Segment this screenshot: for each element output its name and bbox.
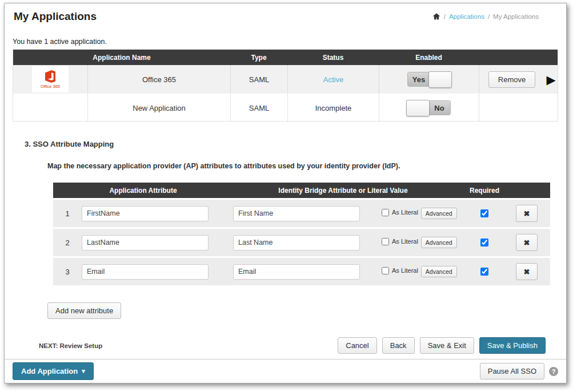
- remove-button[interactable]: Remove: [488, 71, 535, 88]
- required-checkbox[interactable]: [480, 268, 488, 276]
- application-status: Incomplete: [287, 95, 379, 121]
- delete-attribute-button[interactable]: ✖: [516, 234, 538, 251]
- application-attribute-input[interactable]: [82, 264, 209, 280]
- identity-bridge-attribute-input[interactable]: [233, 235, 360, 250]
- breadcrumb-link-applications[interactable]: Applications: [449, 13, 484, 20]
- row-number: 2: [53, 239, 82, 247]
- breadcrumb-current: My Applications: [493, 13, 539, 20]
- application-window: My Applications / Applications / My Appl…: [4, 3, 567, 383]
- breadcrumb-separator: /: [444, 13, 446, 20]
- pause-all-sso-button[interactable]: Pause All SSO: [480, 363, 544, 379]
- as-literal-label: As Literal: [392, 267, 418, 274]
- enabled-cell: No: [379, 95, 479, 121]
- advanced-button[interactable]: Advanced: [421, 266, 457, 277]
- row-number: 1: [53, 209, 82, 218]
- office-365-logo: Office 365: [32, 66, 69, 92]
- delete-attribute-button[interactable]: ✖: [516, 205, 538, 222]
- application-type: SAML: [230, 95, 287, 121]
- page-header: My Applications / Applications / My Appl…: [5, 3, 566, 23]
- application-name: New Application: [87, 95, 230, 121]
- add-new-attribute-button[interactable]: Add new attribute: [47, 302, 121, 319]
- application-row-office-365: Office 365 Office 365 SAML Active Yes Re…: [13, 65, 558, 95]
- breadcrumb: / Applications / My Applications: [432, 13, 539, 21]
- application-row-new-application: New Application SAML Incomplete No: [13, 95, 558, 121]
- application-logo-cell: [13, 95, 87, 121]
- row-number: 3: [53, 268, 82, 276]
- column-header-type: Type: [230, 54, 287, 62]
- delete-attribute-button[interactable]: ✖: [516, 263, 538, 280]
- toggle-state-label: Yes: [408, 72, 430, 86]
- column-header-enabled: Enabled: [379, 54, 479, 62]
- toggle-handle[interactable]: [406, 100, 430, 116]
- expand-arrow-icon[interactable]: ▶: [546, 74, 555, 86]
- application-type: SAML: [230, 65, 287, 94]
- footer-bar: Add Application ▾ Pause All SSO ?: [5, 359, 566, 383]
- home-icon[interactable]: [432, 13, 440, 21]
- as-literal-checkbox[interactable]: [382, 209, 389, 216]
- save-publish-button[interactable]: Save & Publish: [479, 337, 546, 354]
- enabled-cell: Yes: [379, 65, 479, 94]
- attribute-mapping-table: Application Attribute Identity Bridge At…: [53, 183, 550, 285]
- applications-table-header: Application Name Type Status Enabled: [13, 50, 558, 65]
- required-checkbox[interactable]: [480, 239, 488, 246]
- required-checkbox[interactable]: [480, 209, 488, 217]
- as-literal-label: As Literal: [392, 209, 418, 216]
- column-header-identity-bridge-attribute: Identity Bridge Attribute or Literal Val…: [233, 187, 453, 195]
- add-application-label: Add Application: [21, 367, 78, 375]
- as-literal-label: As Literal: [392, 238, 418, 245]
- enabled-toggle[interactable]: No: [407, 100, 451, 115]
- identity-bridge-attribute-input[interactable]: [233, 206, 360, 221]
- expand-cell: [544, 95, 558, 121]
- expand-cell: ▶: [544, 65, 558, 94]
- toggle-handle[interactable]: [428, 71, 452, 88]
- column-header-status: Status: [287, 54, 379, 62]
- sso-instruction: Map the necessary application provider (…: [47, 162, 566, 170]
- advanced-button[interactable]: Advanced: [421, 237, 457, 248]
- save-exit-button[interactable]: Save & Exit: [420, 337, 474, 354]
- chevron-down-icon: ▾: [82, 368, 85, 374]
- sso-section-heading: 3. SSO Attribute Mapping: [25, 140, 566, 148]
- application-attribute-input[interactable]: [82, 206, 209, 221]
- application-attribute-input[interactable]: [82, 235, 209, 250]
- active-application-note: You have 1 active application.: [13, 38, 566, 46]
- next-step-label: NEXT: Review Setup: [39, 342, 102, 349]
- mapping-row: 2 As Literal Advanced ✖: [53, 229, 550, 256]
- cancel-button[interactable]: Cancel: [338, 337, 376, 354]
- column-header-required: Required: [453, 187, 516, 195]
- advanced-button[interactable]: Advanced: [421, 208, 457, 219]
- add-application-button[interactable]: Add Application ▾: [13, 362, 94, 380]
- identity-bridge-attribute-input[interactable]: [233, 264, 360, 280]
- mapping-row: 1 As Literal Advanced ✖: [53, 200, 550, 227]
- breadcrumb-separator: /: [488, 13, 490, 20]
- applications-table: Application Name Type Status Enabled Off…: [13, 49, 558, 122]
- office-365-caption: Office 365: [41, 84, 60, 89]
- column-header-application-attribute: Application Attribute: [53, 187, 233, 195]
- as-literal-checkbox[interactable]: [382, 267, 389, 274]
- remove-cell: Remove: [479, 65, 544, 94]
- application-status: Active: [287, 65, 379, 94]
- enabled-toggle[interactable]: Yes: [407, 72, 451, 87]
- application-logo-cell: Office 365: [13, 65, 87, 94]
- mapping-table-header: Application Attribute Identity Bridge At…: [53, 183, 550, 198]
- as-literal-checkbox[interactable]: [382, 238, 389, 245]
- toggle-state-label: No: [428, 101, 450, 115]
- application-name: Office 365: [87, 65, 230, 94]
- help-icon[interactable]: ?: [549, 367, 558, 376]
- wizard-actions-row: NEXT: Review Setup Cancel Back Save & Ex…: [39, 337, 546, 354]
- remove-cell: [479, 95, 544, 121]
- mapping-row: 3 As Literal Advanced ✖: [53, 258, 550, 285]
- back-button[interactable]: Back: [382, 337, 415, 354]
- office-365-icon: [43, 70, 57, 83]
- column-header-application-name: Application Name: [13, 54, 230, 62]
